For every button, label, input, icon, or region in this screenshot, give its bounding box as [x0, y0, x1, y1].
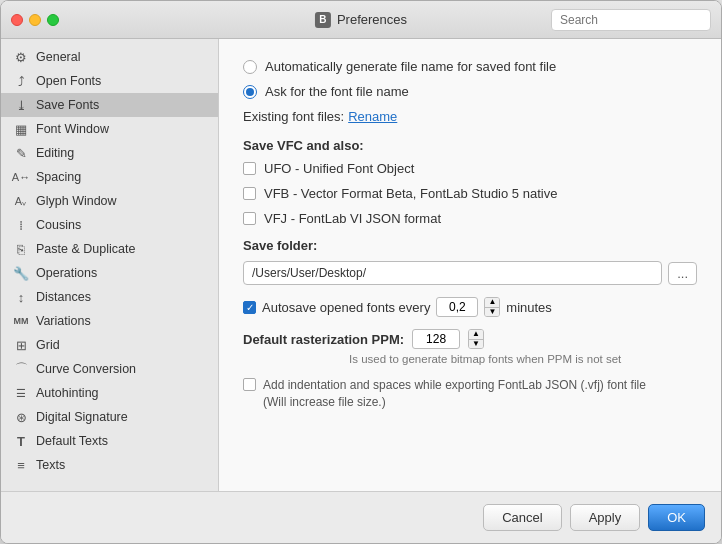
checkbox-vfj-label: VFJ - FontLab VI JSON format [264, 211, 441, 226]
paste-duplicate-icon: ⎘ [13, 241, 29, 257]
operations-icon: 🔧 [13, 265, 29, 281]
close-button[interactable] [11, 14, 23, 26]
save-fonts-icon: ⤓ [13, 97, 29, 113]
checkbox-autosave[interactable] [243, 301, 256, 314]
browse-button[interactable]: ... [668, 262, 697, 285]
indent-label: Add indentation and spaces while exporti… [263, 377, 646, 394]
sidebar-item-grid[interactable]: ⊞ Grid [1, 333, 218, 357]
radio-ask-label: Ask for the font file name [265, 84, 409, 99]
indent-text: Add indentation and spaces while exporti… [263, 377, 646, 411]
titlebar: B Preferences [1, 1, 721, 39]
search-input[interactable] [551, 9, 711, 31]
sidebar-item-general[interactable]: ⚙ General [1, 45, 218, 69]
checkbox-vfj-row: VFJ - FontLab VI JSON format [243, 211, 697, 226]
ppm-label: Default rasterization PPM: [243, 332, 404, 347]
distances-icon: ↕ [13, 289, 29, 305]
checkbox-vfb[interactable] [243, 187, 256, 200]
sidebar-item-texts[interactable]: ≡ Texts [1, 453, 218, 477]
sidebar-item-cousins[interactable]: ⁞ Cousins [1, 213, 218, 237]
sidebar-label-save-fonts: Save Fonts [36, 98, 99, 112]
font-window-icon: ▦ [13, 121, 29, 137]
maximize-button[interactable] [47, 14, 59, 26]
spacing-icon: A↔ [13, 169, 29, 185]
sidebar-item-editing[interactable]: ✎ Editing [1, 141, 218, 165]
ppm-row: Default rasterization PPM: ▲ ▼ [243, 329, 697, 349]
sidebar-label-editing: Editing [36, 146, 74, 160]
sidebar-label-paste-duplicate: Paste & Duplicate [36, 242, 135, 256]
apply-button[interactable]: Apply [570, 504, 641, 531]
ppm-decrement[interactable]: ▼ [469, 340, 483, 349]
autosave-label: Autosave opened fonts every [262, 300, 430, 315]
checkbox-vfb-label: VFB - Vector Format Beta, FontLab Studio… [264, 186, 557, 201]
sidebar-item-digital-signature[interactable]: ⊛ Digital Signature [1, 405, 218, 429]
autosave-stepper[interactable]: ▲ ▼ [484, 297, 500, 317]
sidebar-label-autohinting: Autohinting [36, 386, 99, 400]
sidebar-item-glyph-window[interactable]: Aᵥ Glyph Window [1, 189, 218, 213]
autosave-value[interactable] [436, 297, 478, 317]
open-fonts-icon: ⤴ [13, 73, 29, 89]
sidebar-item-operations[interactable]: 🔧 Operations [1, 261, 218, 285]
sidebar-label-operations: Operations [36, 266, 97, 280]
sidebar-item-autohinting[interactable]: ☰ Autohinting [1, 381, 218, 405]
sidebar-item-open-fonts[interactable]: ⤴ Open Fonts [1, 69, 218, 93]
sidebar-item-font-window[interactable]: ▦ Font Window [1, 117, 218, 141]
sidebar-label-texts: Texts [36, 458, 65, 472]
radio-ask[interactable] [243, 85, 257, 99]
sidebar: ⚙ General ⤴ Open Fonts ⤓ Save Fonts ▦ Fo… [1, 39, 219, 491]
variations-icon: MM [13, 313, 29, 329]
checkbox-indent[interactable] [243, 378, 256, 391]
checkbox-ufo[interactable] [243, 162, 256, 175]
autosave-decrement[interactable]: ▼ [485, 308, 499, 317]
sidebar-label-distances: Distances [36, 290, 91, 304]
sidebar-label-cousins: Cousins [36, 218, 81, 232]
sidebar-item-default-texts[interactable]: T Default Texts [1, 429, 218, 453]
sidebar-label-digital-signature: Digital Signature [36, 410, 128, 424]
sidebar-item-spacing[interactable]: A↔ Spacing [1, 165, 218, 189]
cousins-icon: ⁞ [13, 217, 29, 233]
sidebar-label-glyph-window: Glyph Window [36, 194, 117, 208]
sidebar-label-spacing: Spacing [36, 170, 81, 184]
sidebar-label-general: General [36, 50, 80, 64]
autosave-row: Autosave opened fonts every ▲ ▼ minutes [243, 297, 697, 317]
indent-row: Add indentation and spaces while exporti… [243, 377, 697, 411]
radio-auto[interactable] [243, 60, 257, 74]
preferences-window: B Preferences ⚙ General ⤴ Open Fonts ⤓ S… [0, 0, 722, 544]
save-folder-row: ... [243, 261, 697, 285]
sidebar-item-curve-conversion[interactable]: ⌒ Curve Conversion [1, 357, 218, 381]
existing-font-files-row: Existing font files: Rename [243, 109, 697, 124]
general-icon: ⚙ [13, 49, 29, 65]
sidebar-label-default-texts: Default Texts [36, 434, 108, 448]
traffic-lights [11, 14, 59, 26]
checkbox-ufo-label: UFO - Unified Font Object [264, 161, 414, 176]
sidebar-label-variations: Variations [36, 314, 91, 328]
sidebar-item-variations[interactable]: MM Variations [1, 309, 218, 333]
save-folder-input[interactable] [243, 261, 662, 285]
autosave-unit: minutes [506, 300, 552, 315]
window-title: B Preferences [315, 12, 407, 28]
rename-link[interactable]: Rename [348, 109, 397, 124]
radio-ask-row: Ask for the font file name [243, 84, 697, 99]
checkbox-vfj[interactable] [243, 212, 256, 225]
editing-icon: ✎ [13, 145, 29, 161]
sidebar-label-font-window: Font Window [36, 122, 109, 136]
save-folder-label: Save folder: [243, 238, 697, 253]
main-content: Automatically generate file name for sav… [219, 39, 721, 491]
sidebar-item-save-fonts[interactable]: ⤓ Save Fonts [1, 93, 218, 117]
minimize-button[interactable] [29, 14, 41, 26]
app-icon: B [315, 12, 331, 28]
ok-button[interactable]: OK [648, 504, 705, 531]
curve-conversion-icon: ⌒ [13, 361, 29, 377]
sidebar-label-grid: Grid [36, 338, 60, 352]
checkbox-vfb-row: VFB - Vector Format Beta, FontLab Studio… [243, 186, 697, 201]
sidebar-item-distances[interactable]: ↕ Distances [1, 285, 218, 309]
default-texts-icon: T [13, 433, 29, 449]
footer: Cancel Apply OK [1, 491, 721, 543]
sidebar-item-paste-duplicate[interactable]: ⎘ Paste & Duplicate [1, 237, 218, 261]
ppm-value[interactable] [412, 329, 460, 349]
radio-auto-row: Automatically generate file name for sav… [243, 59, 697, 74]
cancel-button[interactable]: Cancel [483, 504, 561, 531]
ppm-note: Is used to generate bitmap fonts when PP… [349, 353, 697, 365]
ppm-stepper[interactable]: ▲ ▼ [468, 329, 484, 349]
digital-signature-icon: ⊛ [13, 409, 29, 425]
sidebar-label-curve-conversion: Curve Conversion [36, 362, 136, 376]
